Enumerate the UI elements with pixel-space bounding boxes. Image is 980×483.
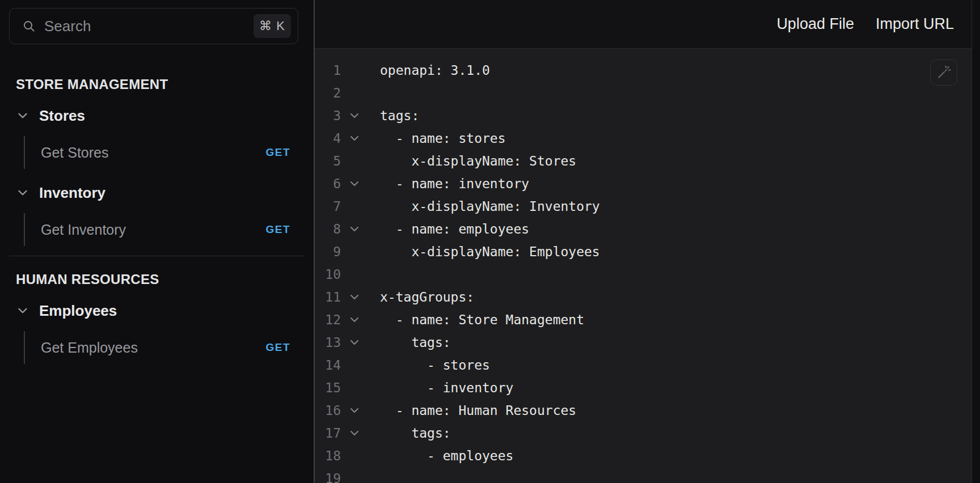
code-line: 9 x-displayName: Employees xyxy=(315,240,980,263)
line-number: 15 xyxy=(315,380,343,395)
http-method-badge: GET xyxy=(265,341,290,354)
search-icon xyxy=(22,19,36,33)
fold-chevron-icon[interactable] xyxy=(343,291,366,303)
code-line: 15 - inventory xyxy=(315,376,980,399)
code-text: x-tagGroups: xyxy=(380,290,474,304)
sidebar-operation-get-employees[interactable]: Get EmployeesGET xyxy=(24,331,290,364)
line-number: 13 xyxy=(315,335,343,350)
line-number: 5 xyxy=(315,154,343,168)
code-line: 14 - stores xyxy=(315,354,980,376)
magic-wand-icon xyxy=(936,65,952,80)
code-line: 2 xyxy=(315,82,980,104)
search-placeholder: Search xyxy=(44,18,254,35)
code-text: - name: Human Resources xyxy=(380,403,576,418)
line-number: 19 xyxy=(315,471,343,483)
line-number: 10 xyxy=(315,267,343,282)
operation-label: Get Employees xyxy=(41,340,138,356)
sidebar-operation-get-inventory[interactable]: Get InventoryGET xyxy=(24,213,290,246)
code-text: tags: xyxy=(380,108,419,123)
line-number: 18 xyxy=(315,448,343,463)
app-window: Search ⌘ K STORE MANAGEMENTStoresGet Sto… xyxy=(0,0,980,483)
code-line: 6 - name: inventory xyxy=(315,172,980,195)
line-number: 1 xyxy=(315,63,343,78)
code-line: 10 xyxy=(315,263,980,286)
sidebar-group-label: Employees xyxy=(39,302,117,320)
code-line: 8 - name: employees xyxy=(315,218,980,240)
chevron-down-icon xyxy=(16,109,29,122)
upload-file-button[interactable]: Upload File xyxy=(776,15,854,33)
scrollbar-track[interactable] xyxy=(971,0,980,483)
chevron-down-icon xyxy=(16,186,29,200)
code-line: 19 xyxy=(315,467,980,483)
fold-chevron-icon[interactable] xyxy=(343,336,366,349)
fold-chevron-icon[interactable] xyxy=(343,132,366,145)
import-url-button[interactable]: Import URL xyxy=(876,15,954,33)
fold-chevron-icon[interactable] xyxy=(343,313,366,326)
sidebar-section-title: HUMAN RESOURCES xyxy=(0,272,314,287)
sidebar-section-title: STORE MANAGEMENT xyxy=(0,77,314,92)
fold-chevron-icon[interactable] xyxy=(343,109,366,122)
code-line: 5 x-displayName: Stores xyxy=(315,150,980,172)
code-text: - inventory xyxy=(380,380,513,395)
sidebar-group-label: Inventory xyxy=(39,184,105,202)
editor-toolbar: Upload File Import URL xyxy=(315,0,980,49)
code-editor[interactable]: 1openapi: 3.1.023tags:4 - name: stores5 … xyxy=(315,49,980,483)
line-number: 7 xyxy=(315,199,343,214)
editor-panel: Upload File Import URL 1openapi: 3.1.023… xyxy=(314,0,980,483)
http-method-badge: GET xyxy=(265,146,290,159)
sidebar: Search ⌘ K STORE MANAGEMENTStoresGet Sto… xyxy=(0,0,314,483)
code-line: 17 tags: xyxy=(315,422,980,444)
code-text: tags: xyxy=(380,426,451,440)
operation-label: Get Stores xyxy=(41,145,109,161)
code-text: x-displayName: Inventory xyxy=(380,199,600,214)
fold-chevron-icon[interactable] xyxy=(343,404,366,417)
sidebar-group-label: Stores xyxy=(39,107,85,125)
code-text: - name: stores xyxy=(380,131,506,146)
search-shortcut-badge: ⌘ K xyxy=(254,14,291,38)
code-line: 3tags: xyxy=(315,104,980,127)
code-text: - name: employees xyxy=(380,222,529,236)
sidebar-operation-get-stores[interactable]: Get StoresGET xyxy=(24,136,290,169)
http-method-badge: GET xyxy=(265,223,290,236)
code-text: - name: Store Management xyxy=(380,312,584,327)
code-text: - name: inventory xyxy=(380,176,529,191)
line-number: 11 xyxy=(315,290,343,304)
fold-chevron-icon[interactable] xyxy=(343,223,366,235)
line-number: 6 xyxy=(315,176,343,191)
line-number: 8 xyxy=(315,222,343,236)
code-text: openapi: 3.1.0 xyxy=(380,63,490,78)
code-text: - stores xyxy=(380,358,490,372)
line-number: 16 xyxy=(315,403,343,418)
operation-label: Get Inventory xyxy=(41,222,126,238)
line-number: 9 xyxy=(315,244,343,259)
magic-wand-button[interactable] xyxy=(930,60,957,86)
code-text: x-displayName: Stores xyxy=(380,154,576,168)
code-line: 18 - employees xyxy=(315,444,980,467)
line-number: 17 xyxy=(315,426,343,440)
search-input[interactable]: Search ⌘ K xyxy=(9,8,298,44)
code-text: - employees xyxy=(380,448,513,463)
code-line: 11x-tagGroups: xyxy=(315,286,980,308)
code-line: 13 tags: xyxy=(315,331,980,354)
api-navigation: STORE MANAGEMENTStoresGet StoresGETInven… xyxy=(0,77,314,364)
code-line: 12 - name: Store Management xyxy=(315,308,980,331)
code-line: 7 x-displayName: Inventory xyxy=(315,195,980,218)
chevron-down-icon xyxy=(16,304,29,317)
line-number: 2 xyxy=(315,86,343,100)
code-line: 4 - name: stores xyxy=(315,127,980,150)
sidebar-group-stores[interactable]: Stores xyxy=(0,103,314,128)
code-line: 16 - name: Human Resources xyxy=(315,399,980,422)
sidebar-section-divider xyxy=(9,256,305,256)
fold-chevron-icon[interactable] xyxy=(343,177,366,190)
line-number: 4 xyxy=(315,131,343,146)
line-number: 12 xyxy=(315,312,343,327)
fold-chevron-icon[interactable] xyxy=(343,427,366,439)
sidebar-group-inventory[interactable]: Inventory xyxy=(0,180,314,205)
line-number: 3 xyxy=(315,108,343,123)
code-text: x-displayName: Employees xyxy=(380,244,600,259)
line-number: 14 xyxy=(315,358,343,372)
code-line: 1openapi: 3.1.0 xyxy=(315,59,980,82)
sidebar-group-employees[interactable]: Employees xyxy=(0,298,314,323)
code-text: tags: xyxy=(380,335,451,350)
